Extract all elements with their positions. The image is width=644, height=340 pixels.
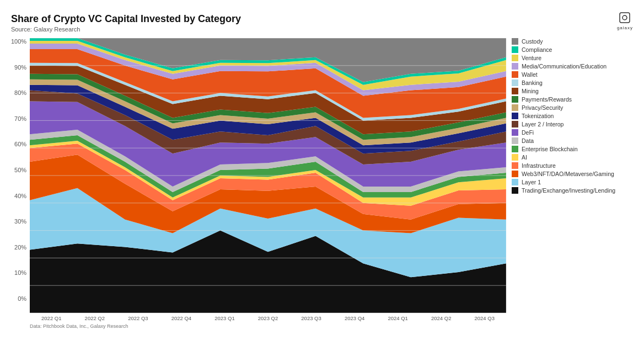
legend-item: Enterprise Blockchain — [512, 146, 633, 152]
legend-item-label: DeFi — [522, 129, 534, 136]
legend-color-swatch — [512, 129, 518, 136]
y-axis-label: 80% — [14, 89, 26, 96]
legend-color-swatch — [512, 171, 518, 177]
y-axis-label: 60% — [14, 141, 26, 147]
legend-item: Wallet — [512, 71, 633, 78]
x-axis-label: 2023 Q3 — [289, 315, 333, 321]
x-axis-label: 2023 Q2 — [246, 315, 290, 321]
legend-color-swatch — [512, 179, 518, 185]
legend-item: Custody — [512, 38, 633, 45]
stacked-area-chart — [30, 38, 506, 313]
y-axis-label: 50% — [14, 167, 26, 173]
legend-item-label: Enterprise Blockchain — [522, 146, 578, 152]
legend-color-swatch — [512, 55, 518, 61]
legend-item: Layer 1 — [512, 179, 633, 185]
legend-item-label: Web3/NFT/DAO/Metaverse/Gaming — [522, 171, 614, 177]
legend-item-label: Banking — [522, 79, 543, 86]
legend-color-swatch — [512, 96, 518, 103]
x-axis-label: 2022 Q4 — [160, 315, 203, 321]
legend-item-label: Mining — [522, 88, 539, 94]
svg-point-1 — [622, 15, 627, 20]
x-axis-label: 2022 Q3 — [116, 315, 160, 321]
legend-item: Data — [512, 137, 633, 144]
y-axis-label: 90% — [14, 64, 26, 71]
legend-color-swatch — [512, 113, 518, 119]
legend-item: Privacy/Security — [512, 104, 633, 111]
galaxy-label: galaxy — [617, 25, 633, 30]
y-axis-label: 0% — [18, 295, 26, 302]
legend-color-swatch — [512, 146, 518, 152]
legend-item-label: Wallet — [522, 71, 538, 78]
legend-item: DeFi — [512, 129, 633, 136]
svg-rect-0 — [620, 13, 630, 23]
x-axis-label: 2024 Q3 — [463, 315, 506, 321]
legend-item: Infrastructure — [512, 162, 633, 169]
data-source-note: Data: Pitchbook Data, Inc., Galaxy Resea… — [30, 323, 506, 329]
y-axis-label: 30% — [14, 218, 26, 225]
legend-item: Payments/Rewards — [512, 96, 633, 103]
legend-item-label: AI — [522, 154, 527, 161]
x-axis-label: 2022 Q2 — [73, 315, 117, 321]
legend-item: Venture — [512, 55, 633, 61]
legend-color-swatch — [512, 46, 518, 53]
x-axis-label: 2023 Q1 — [203, 315, 246, 321]
legend-color-swatch — [512, 187, 518, 194]
legend-item-label: Data — [522, 137, 534, 144]
legend-color-swatch — [512, 121, 518, 128]
legend-color-swatch — [512, 38, 518, 45]
x-axis-label: 2024 Q1 — [376, 315, 420, 321]
legend-item-label: Custody — [522, 38, 543, 45]
legend-item-label: Tokenization — [522, 113, 554, 119]
legend: CustodyComplianceVentureMedia/Communicat… — [512, 38, 633, 329]
y-axis-label: 70% — [14, 115, 26, 122]
y-axis: 100%90%80%70%60%50%40%30%20%10%0% — [11, 38, 30, 313]
legend-color-swatch — [512, 137, 518, 144]
galaxy-logo: galaxy — [617, 11, 633, 30]
legend-item-label: Media/Communication/Education — [522, 63, 607, 70]
legend-color-swatch — [512, 154, 518, 161]
x-axis-label: 2024 Q2 — [420, 315, 463, 321]
galaxy-icon — [618, 11, 631, 24]
legend-item: Mining — [512, 88, 633, 94]
legend-item-label: Layer 1 — [522, 179, 541, 185]
legend-item: Web3/NFT/DAO/Metaverse/Gaming — [512, 171, 633, 177]
x-axis: 2022 Q12022 Q22022 Q32022 Q42023 Q12023 … — [11, 313, 506, 321]
legend-color-swatch — [512, 162, 518, 169]
legend-item: AI — [512, 154, 633, 161]
legend-item-label: Layer 2 / Interop — [522, 121, 564, 128]
y-axis-label: 100% — [11, 38, 26, 45]
legend-color-swatch — [512, 79, 518, 86]
legend-item-label: Compliance — [522, 46, 552, 53]
legend-item: Tokenization — [512, 113, 633, 119]
legend-color-swatch — [512, 104, 518, 111]
chart-title: Share of Crypto VC Capital Invested by C… — [11, 13, 633, 25]
legend-color-swatch — [512, 63, 518, 70]
legend-item-label: Payments/Rewards — [522, 96, 572, 103]
legend-item-label: Infrastructure — [522, 162, 556, 169]
legend-item-label: Privacy/Security — [522, 104, 563, 111]
legend-item-label: Venture — [522, 55, 541, 61]
chart-plot — [30, 38, 506, 313]
legend-item: Media/Communication/Education — [512, 63, 633, 70]
x-axis-label: 2022 Q1 — [30, 315, 73, 321]
legend-item: Layer 2 / Interop — [512, 121, 633, 128]
legend-color-swatch — [512, 88, 518, 94]
y-axis-label: 20% — [14, 244, 26, 251]
source-label: Source: Galaxy Research — [11, 26, 633, 33]
x-axis-label: 2023 Q4 — [333, 315, 377, 321]
legend-item: Compliance — [512, 46, 633, 53]
legend-item-label: Trading/Exchange/Investing/Lending — [522, 187, 615, 194]
legend-item: Banking — [512, 79, 633, 86]
main-container: Share of Crypto VC Capital Invested by C… — [0, 0, 644, 340]
legend-item: Trading/Exchange/Investing/Lending — [512, 187, 633, 194]
y-axis-label: 40% — [14, 193, 26, 199]
y-axis-label: 10% — [14, 269, 26, 276]
legend-color-swatch — [512, 71, 518, 78]
